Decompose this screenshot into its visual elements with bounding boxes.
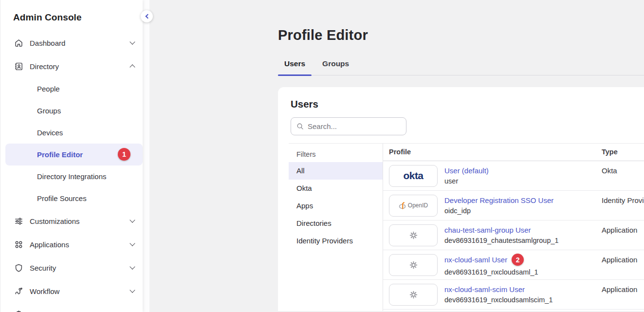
profile-subtitle: dev86931619_nxcloudsaml_1 xyxy=(444,268,538,276)
profile-subtitle: dev86931619_chautestsamlgroup_1 xyxy=(444,237,559,244)
chevron-down-icon xyxy=(129,217,135,222)
filter-all[interactable]: All xyxy=(289,162,383,180)
profile-type: Identity Provider xyxy=(602,191,644,220)
annotation-badge-2: 2 xyxy=(512,254,524,266)
sidebar: Admin Console Dashboard Directory People… xyxy=(0,0,143,312)
sidebar-item-label: Workflow xyxy=(30,287,130,295)
profiles-table: Profile Type okta User (default) user xyxy=(383,144,644,311)
profile-subtitle: user xyxy=(444,177,489,185)
filter-identity-providers[interactable]: Identity Providers xyxy=(289,232,383,250)
app-logo xyxy=(389,284,438,306)
table-header: Profile Type xyxy=(383,144,644,161)
chevron-down-icon xyxy=(129,39,135,44)
sidebar-item-applications[interactable]: Applications xyxy=(0,233,143,256)
table-row: okta User (default) user Okta xyxy=(383,161,644,191)
column-header-type: Type xyxy=(602,148,644,156)
table-row: nx-cloud-saml-scim User dev86931619_nxcl… xyxy=(383,280,644,310)
gear-icon xyxy=(409,290,418,299)
filters-panel: Filters All Okta Apps Directories Identi… xyxy=(289,144,383,311)
page-title: Profile Editor xyxy=(278,27,644,43)
app-logo xyxy=(389,224,438,246)
sidebar-item-label: Security xyxy=(30,264,130,272)
shield-icon xyxy=(14,263,23,273)
filter-okta[interactable]: Okta xyxy=(289,180,383,197)
sidebar-item-devices[interactable]: Devices xyxy=(0,122,143,144)
profile-link[interactable]: nx-cloud-saml-scim User xyxy=(444,285,552,294)
sidebar-item-label: Applications xyxy=(30,240,130,249)
chevron-down-icon xyxy=(129,287,135,293)
profile-link[interactable]: nx-cloud-saml User xyxy=(444,256,507,264)
profile-type: Application xyxy=(602,220,644,250)
sidebar-item-label: Groups xyxy=(37,107,134,115)
sidebar-nav: Dashboard Directory People Groups Device… xyxy=(0,31,143,312)
search-box xyxy=(291,117,406,135)
profile-link[interactable]: User (default) xyxy=(444,166,489,175)
sidebar-item-label: Customizations xyxy=(30,217,130,225)
sidebar-item-people[interactable]: People xyxy=(0,78,143,100)
profile-type: Application xyxy=(602,250,644,279)
sidebar-item-profile-sources[interactable]: Profile Sources xyxy=(0,187,143,209)
filter-apps[interactable]: Apps xyxy=(289,197,383,215)
panel-title: Users xyxy=(291,98,644,110)
sliders-icon xyxy=(14,217,23,226)
sidebar-item-label: Profile Sources xyxy=(37,194,134,202)
sidebar-item-groups[interactable]: Groups xyxy=(0,100,143,122)
table-row: chau-test-saml-group User dev86931619_ch… xyxy=(383,220,644,250)
sidebar-item-directory[interactable]: Directory xyxy=(0,55,143,78)
profile-link[interactable]: chau-test-saml-group User xyxy=(444,226,559,234)
home-icon xyxy=(14,38,23,48)
search-input[interactable] xyxy=(308,122,401,130)
chevron-left-icon xyxy=(145,14,150,19)
tab-bar: Users Groups xyxy=(278,59,644,75)
app-logo xyxy=(389,254,438,276)
collapse-sidebar-button[interactable] xyxy=(141,10,153,22)
users-panel: Users Filters All Okta Apps Directories … xyxy=(278,87,644,311)
search-icon xyxy=(296,123,304,130)
sidebar-item-directory-integrations[interactable]: Directory Integrations xyxy=(0,165,143,187)
filter-directories[interactable]: Directories xyxy=(289,215,383,232)
sidebar-item-label: People xyxy=(37,85,134,93)
sidebar-item-profile-editor[interactable]: Profile Editor 1 xyxy=(5,144,143,165)
profile-type: Okta xyxy=(602,161,644,190)
profile-subtitle: oidc_idp xyxy=(444,207,553,215)
filters-label: Filters xyxy=(289,146,383,162)
tab-users[interactable]: Users xyxy=(278,59,312,75)
gear-icon xyxy=(409,260,418,270)
sidebar-item-customizations[interactable]: Customizations xyxy=(0,209,143,233)
openid-mark-icon xyxy=(399,202,406,210)
okta-logo: okta xyxy=(389,165,438,187)
profile-subtitle: dev86931619_nxcloudsamlscim_1 xyxy=(444,296,552,304)
chevron-down-icon xyxy=(129,264,135,269)
annotation-badge-1: 1 xyxy=(118,148,130,161)
apps-grid-icon xyxy=(14,240,23,249)
sidebar-item-partial[interactable] xyxy=(0,303,143,312)
workflow-icon xyxy=(14,287,23,296)
chevron-down-icon xyxy=(129,240,135,246)
gear-icon xyxy=(409,231,418,240)
sidebar-item-dashboard[interactable]: Dashboard xyxy=(0,31,143,55)
sidebar-item-label: Directory Integrations xyxy=(37,172,134,181)
sidebar-item-workflow[interactable]: Workflow xyxy=(0,279,143,303)
partial-icon xyxy=(14,310,23,312)
directory-icon xyxy=(14,62,23,71)
openid-logo: OpenID xyxy=(389,195,438,217)
table-row: OpenID Developer Registration SSO User o… xyxy=(383,191,644,220)
sidebar-item-label: Dashboard xyxy=(30,39,130,47)
sidebar-item-security[interactable]: Security xyxy=(0,256,143,279)
table-row: nx-cloud-saml User 2 dev86931619_nxcloud… xyxy=(383,250,644,280)
chevron-up-icon xyxy=(129,64,135,70)
tab-groups[interactable]: Groups xyxy=(316,59,355,75)
main-area: Profile Editor Users Groups Users Filter… xyxy=(149,0,644,312)
sidebar-item-label: Directory xyxy=(30,62,130,71)
profile-type: Application xyxy=(602,280,644,309)
sidebar-gutter xyxy=(143,0,149,312)
profile-link[interactable]: Developer Registration SSO User xyxy=(444,196,553,204)
sidebar-item-label: Devices xyxy=(37,128,134,137)
app-title: Admin Console xyxy=(0,0,143,23)
column-header-profile: Profile xyxy=(389,148,602,156)
